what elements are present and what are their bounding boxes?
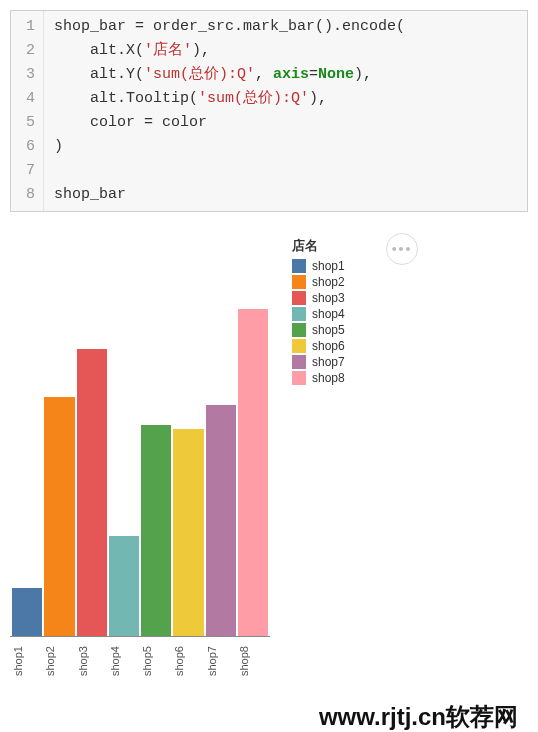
- line-number: 2: [17, 39, 35, 63]
- chart-menu-button[interactable]: •••: [386, 233, 418, 265]
- legend-label: shop3: [312, 291, 345, 305]
- line-number: 3: [17, 63, 35, 87]
- legend-label: shop5: [312, 323, 345, 337]
- code-line: shop_bar = order_src.mark_bar().encode(: [54, 15, 517, 39]
- watermark: www.rjtj.cn软荐网 数据大宇宙: [10, 701, 528, 732]
- x-label: shop8: [238, 641, 268, 681]
- legend: 店名 shop1shop2shop3shop4shop5shop6shop7sh…: [292, 237, 345, 387]
- legend-item[interactable]: shop8: [292, 371, 345, 385]
- line-number: 5: [17, 111, 35, 135]
- x-axis-labels: shop1shop2shop3shop4shop5shop6shop7shop8: [10, 641, 270, 681]
- x-label: shop5: [141, 641, 171, 681]
- line-number: 6: [17, 135, 35, 159]
- legend-swatch: [292, 323, 306, 337]
- line-number: 4: [17, 87, 35, 111]
- line-number: 1: [17, 15, 35, 39]
- ellipsis-icon: •••: [392, 241, 413, 257]
- legend-label: shop6: [312, 339, 345, 353]
- legend-swatch: [292, 371, 306, 385]
- x-label: shop7: [206, 641, 236, 681]
- code-line: alt.Y('sum(总价):Q', axis=None),: [54, 63, 517, 87]
- legend-swatch: [292, 291, 306, 305]
- bar-shop5[interactable]: [141, 425, 171, 636]
- code-line: shop_bar: [54, 183, 517, 207]
- legend-label: shop4: [312, 307, 345, 321]
- bar-shop4[interactable]: [109, 536, 139, 636]
- code-line: [54, 159, 517, 183]
- legend-item[interactable]: shop7: [292, 355, 345, 369]
- legend-item[interactable]: shop3: [292, 291, 345, 305]
- x-label: shop1: [12, 641, 42, 681]
- legend-item[interactable]: shop2: [292, 275, 345, 289]
- legend-swatch: [292, 355, 306, 369]
- line-number: 7: [17, 159, 35, 183]
- legend-label: shop2: [312, 275, 345, 289]
- legend-item[interactable]: shop6: [292, 339, 345, 353]
- bar-shop8[interactable]: [238, 309, 268, 636]
- plot-column: shop1shop2shop3shop4shop5shop6shop7shop8: [10, 237, 270, 681]
- bar-shop3[interactable]: [77, 349, 107, 636]
- legend-title: 店名: [292, 237, 345, 255]
- x-label: shop6: [173, 641, 203, 681]
- legend-label: shop7: [312, 355, 345, 369]
- x-label: shop4: [109, 641, 139, 681]
- legend-swatch: [292, 259, 306, 273]
- bar-shop6[interactable]: [173, 429, 203, 636]
- line-number: 8: [17, 183, 35, 207]
- chart-container: shop1shop2shop3shop4shop5shop6shop7shop8…: [10, 237, 528, 681]
- code-line: ): [54, 135, 517, 159]
- x-label: shop3: [77, 641, 107, 681]
- legend-item[interactable]: shop5: [292, 323, 345, 337]
- legend-item[interactable]: shop4: [292, 307, 345, 321]
- bar-shop7[interactable]: [206, 405, 236, 636]
- code-line: color = color: [54, 111, 517, 135]
- legend-swatch: [292, 307, 306, 321]
- code-block: 12345678 shop_bar = order_src.mark_bar()…: [10, 10, 528, 212]
- bar-shop2[interactable]: [44, 397, 74, 636]
- code-line: alt.Tooltip('sum(总价):Q'),: [54, 87, 517, 111]
- plot-area: [10, 237, 270, 637]
- legend-swatch: [292, 339, 306, 353]
- legend-item[interactable]: shop1: [292, 259, 345, 273]
- legend-label: shop1: [312, 259, 345, 273]
- legend-label: shop8: [312, 371, 345, 385]
- legend-swatch: [292, 275, 306, 289]
- code-body: shop_bar = order_src.mark_bar().encode( …: [44, 11, 527, 211]
- watermark-main: www.rjtj.cn软荐网: [10, 701, 518, 732]
- x-label: shop2: [44, 641, 74, 681]
- code-line: alt.X('店名'),: [54, 39, 517, 63]
- code-gutter: 12345678: [11, 11, 44, 211]
- bar-shop1[interactable]: [12, 588, 42, 636]
